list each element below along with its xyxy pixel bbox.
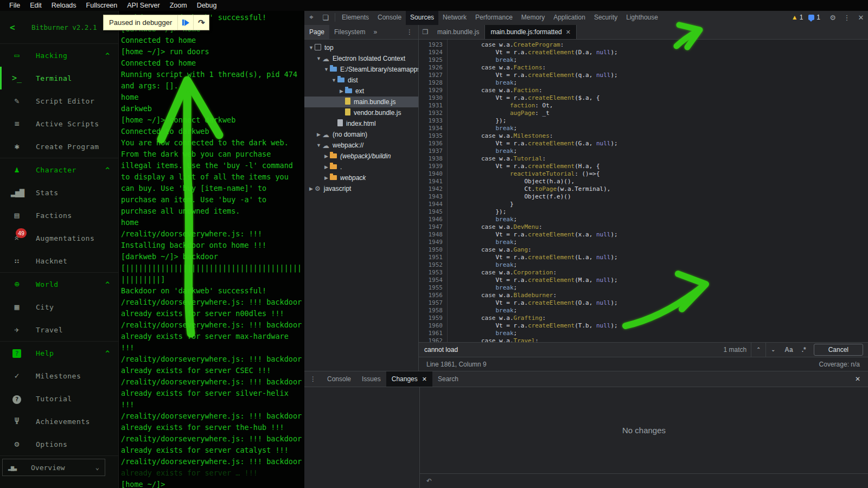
- tree-item-.[interactable]: ▶.: [304, 162, 418, 172]
- sidebar-item-hacknet[interactable]: ⠶Hacknet: [0, 249, 118, 272]
- sidebar-item-factions[interactable]: ▤Factions: [0, 204, 118, 227]
- search-next-icon[interactable]: ⌄: [765, 343, 780, 357]
- devtools-tab-security[interactable]: Security: [590, 10, 622, 25]
- devtools-tab-elements[interactable]: Elements: [337, 10, 373, 25]
- sidebar-section-character[interactable]: ♟Character^: [0, 158, 118, 181]
- tree-item-ext[interactable]: ▶ext: [304, 86, 418, 97]
- sidebar-item-achievements[interactable]: ΨAchievements: [0, 410, 118, 433]
- sidebar-section-help[interactable]: ?Help^: [0, 342, 118, 364]
- tree-item-top[interactable]: ▼top: [304, 42, 418, 53]
- editor-tab-main.bundle.js-formatted[interactable]: main.bundle.js:formatted✕: [485, 25, 577, 39]
- cursor-position: Line 1861, Column 9: [419, 361, 487, 368]
- chevron-right-icon[interactable]: ▶: [308, 186, 315, 191]
- tree-item-electron-isolated-context[interactable]: ▼☁Electron Isolated Context: [304, 53, 418, 64]
- revert-icon[interactable]: ↶: [426, 477, 432, 485]
- sidebar-section-hacking[interactable]: ▭Hacking^: [0, 44, 118, 67]
- devtools-tab-performance[interactable]: Performance: [471, 10, 517, 25]
- menu-item-fullscreen[interactable]: Fullscreen: [81, 2, 123, 9]
- drawer-tab-search[interactable]: Search: [432, 371, 464, 387]
- sidebar-item-city[interactable]: ▦City: [0, 296, 118, 318]
- devtools-tab-lighthouse[interactable]: Lighthouse: [622, 10, 662, 25]
- drawer-tab-issues[interactable]: Issues: [356, 371, 386, 387]
- match-case-toggle[interactable]: Aa: [780, 346, 797, 354]
- regex-toggle[interactable]: .*: [797, 346, 810, 354]
- menu-item-debug[interactable]: Debug: [192, 2, 222, 9]
- chevron-right-icon[interactable]: ▶: [315, 132, 322, 137]
- chevron-right-icon[interactable]: ▶: [323, 164, 330, 170]
- sidebar-item-milestones[interactable]: ✓Milestones: [0, 364, 118, 387]
- devtools-settings-icon[interactable]: ⚙: [826, 14, 840, 22]
- menu-item-reloads[interactable]: Reloads: [47, 2, 81, 9]
- line-number-gutter[interactable]: 1923192419251926192719281929193019311932…: [419, 40, 448, 342]
- menu-item-file[interactable]: File: [4, 2, 25, 9]
- sidebar-item-augmentations[interactable]: «49Augmentations: [0, 227, 118, 249]
- chevron-down-icon[interactable]: ▼: [323, 67, 330, 72]
- navigator-tab-page[interactable]: Page: [304, 25, 329, 39]
- sidebar-item-terminal[interactable]: >_Terminal: [0, 67, 118, 89]
- drawer-tab-console[interactable]: Console: [322, 371, 356, 387]
- drawer-menu-icon[interactable]: ⋮: [304, 375, 322, 383]
- folder-icon: [337, 76, 344, 84]
- search-query-input[interactable]: cannot load: [419, 346, 724, 354]
- tree-item-vendor.bundle.js[interactable]: vendor.bundle.js: [304, 107, 418, 118]
- tree-item-index.html[interactable]: index.html: [304, 118, 418, 129]
- collapse-sidebar-icon[interactable]: <: [10, 22, 31, 33]
- chevron-down-icon[interactable]: ▼: [315, 143, 322, 148]
- terminal-prompt-input[interactable]: [home ~/]>: [121, 479, 300, 488]
- sidebar-item-tutorial[interactable]: ?Tutorial: [0, 387, 118, 410]
- overview-toggle[interactable]: ▂▆▃ Overview ⌄: [2, 459, 105, 476]
- chevron-down-icon[interactable]: ▼: [330, 78, 337, 83]
- chevron-down-icon[interactable]: ▼: [308, 45, 315, 50]
- chevron-right-icon[interactable]: ▶: [323, 175, 330, 181]
- device-toolbar-icon[interactable]: ❏: [318, 14, 333, 22]
- close-tab-icon[interactable]: ✕: [566, 29, 571, 35]
- menu-item-edit[interactable]: Edit: [25, 2, 47, 9]
- chevron-down-icon[interactable]: ▼: [315, 56, 322, 61]
- navigator-tab-filesystem[interactable]: Filesystem: [329, 25, 370, 39]
- devtools-tab-application[interactable]: Application: [549, 10, 590, 25]
- drawer-tab-changes[interactable]: Changes✕: [386, 371, 432, 387]
- more-options-icon[interactable]: ⋮: [840, 14, 854, 22]
- warning-icon[interactable]: ▲: [792, 14, 798, 21]
- sidebar-item-travel[interactable]: ✈Travel: [0, 318, 118, 341]
- tree-item--webpack-buildin[interactable]: ▶(webpack)/buildin: [304, 151, 418, 162]
- tree-item-main.bundle.js[interactable]: main.bundle.js: [304, 97, 418, 107]
- tree-item-javascript[interactable]: ▶⚙javascript: [304, 183, 418, 194]
- inspect-element-icon[interactable]: ⌖: [304, 13, 318, 22]
- globe-icon: ⊕: [11, 279, 23, 289]
- chevron-right-icon[interactable]: ▶: [338, 88, 345, 94]
- sidebar-item-active-scripts[interactable]: ≡Active Scripts: [0, 112, 118, 135]
- more-tabs-icon[interactable]: »: [370, 28, 380, 36]
- pencil-icon: ✎: [11, 96, 23, 106]
- sidebar-item-stats[interactable]: ▂▅▇Stats: [0, 181, 118, 204]
- devtools-tab-memory[interactable]: Memory: [517, 10, 549, 25]
- editor-tab-main.bundle.js[interactable]: main.bundle.js: [432, 25, 485, 39]
- terminal-output[interactable]: Backdoor on 'darkweb' successful![darkwe…: [119, 11, 304, 488]
- chevron-right-icon[interactable]: ▶: [323, 153, 330, 159]
- resume-script-button[interactable]: [177, 15, 193, 30]
- search-cancel-button[interactable]: Cancel: [814, 344, 863, 356]
- menu-item-zoom[interactable]: Zoom: [165, 2, 192, 9]
- devtools-tab-sources[interactable]: Sources: [406, 10, 438, 25]
- tree-item-webpack[interactable]: ▶webpack: [304, 172, 418, 183]
- devtools-tab-console[interactable]: Console: [373, 10, 406, 25]
- sidebar-item-options[interactable]: ⚙Options: [0, 433, 118, 455]
- tree-item--no-domain-[interactable]: ▶☁(no domain): [304, 129, 418, 140]
- tree-item-e-steamlibrary-steamapps[interactable]: ▼E:/SteamLibrary/steamapps: [304, 64, 418, 75]
- sidebar-item-create-program[interactable]: ✱Create Program: [0, 135, 118, 158]
- step-over-button[interactable]: ↷: [193, 15, 209, 30]
- devtools-tab-network[interactable]: Network: [438, 10, 471, 25]
- tree-item-dist[interactable]: ▼dist: [304, 75, 418, 86]
- navigator-menu-icon[interactable]: ⋮: [401, 28, 418, 36]
- search-previous-icon[interactable]: ⌃: [751, 343, 765, 357]
- sidebar-item-script-editor[interactable]: ✎Script Editor: [0, 89, 118, 112]
- tree-item-webpack-[interactable]: ▼☁webpack://: [304, 140, 418, 151]
- console-message-icon[interactable]: [808, 15, 814, 20]
- menu-item-api-server[interactable]: API Server: [122, 2, 164, 9]
- close-devtools-icon[interactable]: ✕: [854, 14, 868, 22]
- close-drawer-icon[interactable]: ✕: [847, 375, 868, 383]
- terminal-line: |||||||||]: [121, 274, 304, 285]
- collapse-navigator-icon[interactable]: ❐: [419, 28, 432, 36]
- sidebar-section-world[interactable]: ⊕World^: [0, 273, 118, 296]
- close-tab-icon[interactable]: ✕: [422, 376, 427, 382]
